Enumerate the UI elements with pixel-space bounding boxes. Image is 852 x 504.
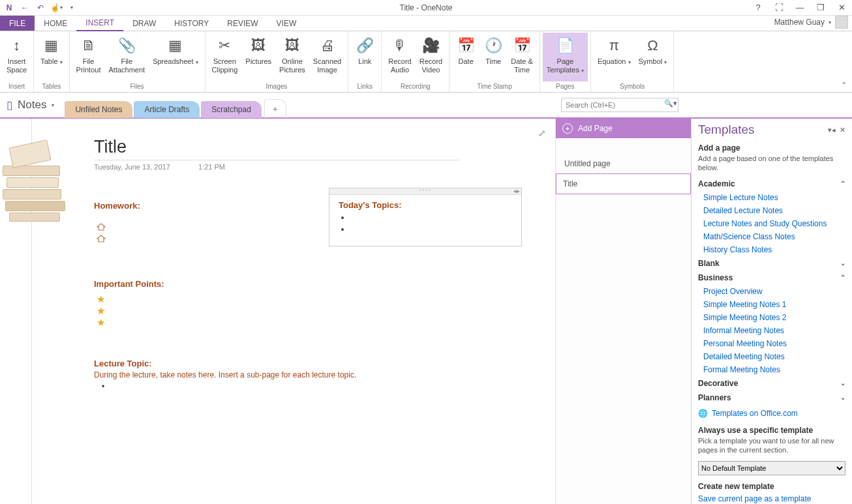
lecture-bullet[interactable]: • [102,382,104,391]
ribbon-page-templates-button[interactable]: 📄PageTemplates ▾ [543,33,588,82]
user-account[interactable]: Matthew Guay ▾ [774,16,848,29]
template-link[interactable]: Detailed Lecture Notes [692,204,852,217]
ribbon-file-attachment-button[interactable]: 📎FileAttachment [104,33,149,82]
section-tab-drafts[interactable]: Article Drafts [134,101,200,118]
panel-close-button[interactable]: ✕ [840,126,845,134]
ribbon-screen-clipping-button[interactable]: ✂ScreenClipping [208,33,242,82]
page-time[interactable]: 1:21 PM [198,163,225,171]
restore-button[interactable]: ❐ [813,1,829,14]
template-link[interactable]: Detailed Meeting Notes [692,350,852,363]
cat-business[interactable]: Business⌃ [692,271,852,285]
tab-review[interactable]: REVIEW [218,16,267,31]
homework-heading[interactable]: Homework: [94,201,140,211]
topics-heading[interactable]: Today's Topics: [329,195,521,213]
template-link[interactable]: Simple Lecture Notes [692,191,852,204]
topics-container[interactable]: ◂▸ Today's Topics: [329,188,522,246]
template-link[interactable]: Informal Meeting Notes [692,324,852,337]
templates-office-link[interactable]: 🌐 Templates on Office.com [692,405,852,422]
minimize-button[interactable]: — [792,1,808,14]
ribbon-equation-button[interactable]: πEquation ▾ [594,33,634,82]
page-title[interactable]: Title [94,137,127,157]
template-link[interactable]: Simple Meeting Notes 2 [692,311,852,324]
ribbon-time-button[interactable]: 🕐Time [479,33,507,82]
ribbon-group-label: Symbols [594,82,671,92]
tab-insert[interactable]: INSERT [76,16,123,31]
collapse-ribbon-button[interactable]: ⌃ [841,81,847,89]
ribbon-label: Equation ▾ [598,57,630,66]
search-scope-button[interactable]: 🔍▾ [664,99,677,108]
template-link[interactable]: Formal Meeting Notes [692,363,852,376]
container-drag-handle[interactable]: ◂▸ [329,188,521,195]
note-canvas[interactable]: ⤢ Title Tuesday, June 13, 2017 1:21 PM H… [0,119,555,504]
lecture-body[interactable]: During the lecture, take notes here. Ins… [94,370,356,379]
ribbon-record-audio-button[interactable]: 🎙RecordAudio [384,33,415,82]
ribbon-link-button[interactable]: 🔗Link [351,33,378,82]
close-button[interactable]: ✕ [834,1,849,14]
topics-bullet-2[interactable] [350,224,512,233]
tab-home[interactable]: HOME [35,16,76,31]
chevron-up-icon: ⌃ [840,274,845,281]
home-tag-2[interactable] [97,233,106,245]
ribbon-insert-space-button[interactable]: ↕InsertSpace [3,33,31,82]
notebook-selector[interactable]: ▯ Notes ▾ [0,98,61,112]
star-tag-3[interactable]: ★ [97,317,105,329]
template-link[interactable]: Personal Meeting Notes [692,337,852,350]
cat-decorative[interactable]: Decorative⌄ [692,376,852,391]
ribbon-group-symbols: πEquation ▾ΩSymbol ▾Symbols [591,31,674,92]
expand-icon[interactable]: ⤢ [538,128,546,138]
tab-history[interactable]: HISTORY [165,16,218,31]
template-link[interactable]: Math/Science Class Notes [692,230,852,243]
file-tab[interactable]: FILE [0,16,35,31]
ribbon-tabs: FILE HOME INSERT DRAW HISTORY REVIEW VIE… [0,16,852,31]
page-date[interactable]: Tuesday, June 13, 2017 [94,163,170,171]
search-input[interactable] [561,98,678,112]
important-heading[interactable]: Important Points: [94,279,164,289]
ribbon-table-button[interactable]: ▦Table ▾ [37,33,66,82]
ribbon-record-video-button[interactable]: 🎥RecordVideo [416,33,446,82]
resize-handle-icon[interactable]: ◂▸ [513,188,520,194]
tab-draw[interactable]: DRAW [123,16,165,31]
ribbon-label: Spreadsheet ▾ [153,57,198,66]
page-item-title[interactable]: Title [556,173,691,194]
section-tab-scratchpad[interactable]: Scratchpad [201,101,262,118]
star-tag-2[interactable]: ★ [97,305,105,317]
undo-button[interactable]: ↶ [34,1,47,14]
ribbon-spreadsheet-button[interactable]: ▦Spreadsheet ▾ [149,33,202,82]
cat-academic[interactable]: Academic⌃ [692,177,852,191]
template-link[interactable]: Project Overview [692,285,852,298]
ribbon-symbol-button[interactable]: ΩSymbol ▾ [635,33,671,82]
ribbon-pictures-button[interactable]: 🖼Pictures [241,33,275,82]
full-page-view-button[interactable]: ⛶ [771,1,787,14]
cat-blank[interactable]: Blank⌄ [692,256,852,271]
add-section-button[interactable]: + [264,99,286,118]
touch-mode-button[interactable]: ☝▾ [50,1,63,14]
cat-planners[interactable]: Planners⌄ [692,391,852,405]
ribbon-scanned-image-button[interactable]: 🖨ScannedImage [309,33,345,82]
chevron-down-icon: ⌄ [840,259,845,267]
ribbon-date-time-button[interactable]: 📅Date &Time [507,33,537,82]
panel-move-button[interactable]: ▾◂ [828,126,836,134]
page-item-untitled[interactable]: Untitled page [556,154,691,173]
home-tag-1[interactable] [97,222,106,233]
lecture-heading[interactable]: Lecture Topic: [94,359,152,368]
template-link[interactable]: Simple Meeting Notes 1 [692,298,852,311]
topics-bullet-1[interactable] [350,213,512,222]
search-container: 🔍▾ [561,98,678,112]
ribbon-online-pictures-button[interactable]: 🖼OnlinePictures [275,33,309,82]
topics-list[interactable] [329,213,521,233]
template-link[interactable]: Lecture Notes and Study Questions [692,217,852,230]
help-button[interactable]: ? [750,1,766,14]
star-tag-1[interactable]: ★ [97,293,105,305]
template-link[interactable]: History Class Notes [692,243,852,256]
tab-view[interactable]: VIEW [267,16,306,31]
always-use-desc: Pick a template you want to use for all … [692,436,852,459]
ribbon-label: PageTemplates ▾ [547,57,584,74]
ribbon-file-printout-button[interactable]: 🗎FilePrintout [72,33,105,82]
add-page-button[interactable]: + Add Page [556,119,691,138]
back-button[interactable]: ← [18,1,31,14]
section-tab-unfiled[interactable]: Unfiled Notes [65,101,132,118]
ribbon-date-button[interactable]: 📅Date [452,33,479,82]
default-template-select[interactable]: No Default Template [698,461,845,475]
qat-customize[interactable]: ▾ [65,1,78,14]
save-template-link[interactable]: Save current page as a template [692,492,852,504]
